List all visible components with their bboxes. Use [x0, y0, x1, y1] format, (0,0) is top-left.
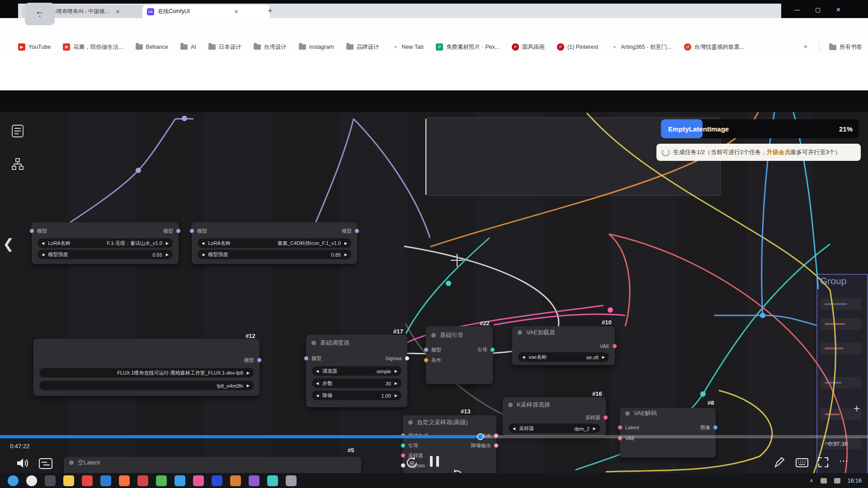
- player-back-button[interactable]: ← ˇ: [25, 3, 55, 25]
- widget-降噪[interactable]: ◀降噪1.00▶: [312, 391, 401, 400]
- increment-icon[interactable]: ▶: [602, 355, 605, 359]
- decrement-icon[interactable]: ◀: [202, 241, 204, 245]
- taskbar-firefox-icon[interactable]: [119, 475, 130, 486]
- fullscreen-icon[interactable]: [817, 456, 829, 468]
- output-port-Sigmas[interactable]: [405, 357, 409, 361]
- increment-icon[interactable]: ▶: [395, 394, 397, 398]
- tab-close-icon[interactable]: ✕: [115, 9, 120, 15]
- group-mini-node[interactable]: [820, 298, 862, 310]
- pause-button[interactable]: [430, 456, 439, 467]
- node-collapse-dot[interactable]: [69, 460, 74, 465]
- bookmark-item[interactable]: instagram: [299, 44, 334, 50]
- bookmark-item[interactable]: P免费素材照片 · Pex...: [436, 43, 500, 51]
- node-collapse-dot[interactable]: [408, 420, 413, 425]
- edit-pencil-icon[interactable]: [774, 457, 785, 468]
- output-port-图像[interactable]: [713, 426, 717, 430]
- decrement-icon[interactable]: ◀: [42, 253, 44, 257]
- decrement-icon[interactable]: ◀: [316, 369, 319, 373]
- taskbar-app-teal-icon[interactable]: [267, 475, 278, 486]
- bookmark-item[interactable]: 品牌设计: [346, 43, 379, 51]
- taskbar-edge-icon[interactable]: [100, 475, 111, 486]
- taskbar-photoshop-icon[interactable]: [212, 475, 222, 486]
- increment-icon[interactable]: ▶: [344, 253, 347, 257]
- output-port-模型[interactable]: [176, 229, 180, 233]
- widget-value[interactable]: FLUX.1哩布在线可运行-黑暗森林工作室_FLUX.1-dev-fp8▶: [39, 368, 254, 378]
- node-collapse-dot[interactable]: [311, 341, 316, 345]
- increment-icon[interactable]: ▶: [593, 427, 596, 431]
- input-port-Sigmas[interactable]: [401, 464, 405, 468]
- increment-icon[interactable]: ▶: [344, 241, 347, 245]
- taskbar-start-button-icon[interactable]: [8, 475, 19, 486]
- taskbar-app-pink-icon[interactable]: [193, 475, 204, 486]
- input-port-条件[interactable]: [424, 358, 428, 362]
- group-mini-node[interactable]: [820, 377, 862, 389]
- all-bookmarks-button[interactable]: 所有书签: [829, 43, 862, 51]
- bookmark-item[interactable]: ◔Arting365 - 创意门...: [610, 43, 672, 51]
- input-port-模型[interactable]: [304, 357, 308, 361]
- node-collapse-dot[interactable]: [431, 333, 436, 338]
- widget-调度器[interactable]: ◀调度器simple▶: [312, 366, 401, 376]
- node-unet-loader[interactable]: 模型FLUX.1哩布在线可运行-黑暗森林工作室_FLUX.1-dev-fp8▶f…: [33, 339, 259, 396]
- increment-icon[interactable]: ▶: [247, 371, 250, 375]
- taskbar-file-explorer-icon[interactable]: [63, 475, 74, 486]
- input-port-模型[interactable]: [424, 348, 428, 352]
- decrement-icon[interactable]: ◀: [42, 241, 44, 245]
- input-port-模型[interactable]: [190, 229, 194, 233]
- input-port-Latent[interactable]: [618, 426, 622, 430]
- output-port-模型[interactable]: [257, 358, 261, 362]
- node-ksampler-select[interactable]: K采样器选择采样器◀采样器dpm_2▶: [503, 397, 606, 436]
- taskbar-search-icon[interactable]: [26, 475, 37, 486]
- node-collapse-dot[interactable]: [625, 411, 630, 416]
- decrement-icon[interactable]: ◀: [316, 394, 319, 398]
- input-port-模型[interactable]: [30, 229, 34, 233]
- increment-icon[interactable]: ▶: [247, 384, 250, 388]
- bookmark-item[interactable]: 台湾设计: [254, 43, 287, 51]
- widget-vae名称[interactable]: ◀vae名称ae.sft▶: [518, 352, 609, 362]
- decrement-icon[interactable]: ◀: [316, 381, 319, 385]
- bookmark-item[interactable]: ↺台灣找靈感的首選...: [684, 43, 744, 51]
- node-basic-scheduler[interactable]: 基础调度器模型Sigmas◀调度器simple▶◀步数30▶◀降噪1.00▶: [306, 335, 407, 407]
- widget-LoRA名称[interactable]: ◀LoRA名称嘉嘉_C4D科技icon_F.1_v1.0▶: [198, 239, 351, 248]
- bookmarks-overflow-icon[interactable]: »: [804, 42, 807, 50]
- node-vae-decode[interactable]: VAE解码Latent图像VAE: [620, 408, 716, 458]
- window-maximize-button[interactable]: ▢: [815, 6, 821, 13]
- node-vae-loader[interactable]: VAE加载器VAE◀vae名称ae.sft▶: [512, 326, 615, 365]
- widget-LoRA名称[interactable]: ◀LoRA名称F.1-无瑕：童话山水_v1.0▶: [38, 239, 173, 248]
- taskbar-qq-icon[interactable]: [175, 475, 185, 486]
- taskbar-chrome-icon[interactable]: [82, 475, 93, 486]
- bookmark-item[interactable]: P国风插画: [512, 43, 545, 51]
- increment-icon[interactable]: ▶: [395, 381, 397, 385]
- tray-volume-icon[interactable]: [834, 478, 840, 483]
- workflow-tree-icon[interactable]: [12, 158, 24, 170]
- tray-network-icon[interactable]: [821, 478, 827, 483]
- output-port-降噪输出[interactable]: [494, 444, 498, 448]
- output-port-模型[interactable]: [355, 229, 359, 233]
- bookmark-item[interactable]: ◔New Tab: [392, 43, 424, 51]
- widget-采样器[interactable]: ◀采样器dpm_2▶: [509, 424, 600, 433]
- taskbar-task-view-icon[interactable]: [45, 475, 56, 486]
- upgrade-member-link[interactable]: 升级会员: [767, 149, 790, 155]
- canvas-plus-icon[interactable]: +: [854, 402, 860, 415]
- new-tab-button[interactable]: +: [268, 6, 273, 16]
- node-collapse-dot[interactable]: [518, 330, 522, 335]
- seek-handle[interactable]: [477, 433, 484, 440]
- bookmark-item[interactable]: P(1) Pinterest: [557, 43, 598, 51]
- bookmark-item[interactable]: 日本设计: [208, 43, 241, 51]
- group-mini-node[interactable]: [820, 318, 862, 330]
- output-port-VAE[interactable]: [613, 344, 617, 348]
- increment-icon[interactable]: ▶: [166, 241, 169, 245]
- decrement-icon[interactable]: ◀: [513, 427, 515, 431]
- input-port-采样器[interactable]: [401, 454, 405, 458]
- widget-value[interactable]: fp8_e4m3fn▶: [39, 381, 254, 390]
- volume-icon[interactable]: [16, 457, 29, 469]
- node-list-icon[interactable]: [12, 125, 24, 137]
- browser-tab-comfyui[interactable]: Lib 在线ComfyUI ✕: [142, 5, 270, 18]
- increment-icon[interactable]: ▶: [166, 253, 169, 257]
- input-port-引导[interactable]: [401, 444, 405, 448]
- decrement-icon[interactable]: ◀: [522, 355, 525, 359]
- output-port-采样器[interactable]: [604, 416, 608, 420]
- node-sampler-custom-advanced[interactable]: 自定义采样器(高级)噪波生成输出引导降噪输出采样器SigmasLatent: [403, 415, 496, 482]
- player-more-icon[interactable]: ⋯: [839, 455, 849, 466]
- bookmark-item[interactable]: ▶YouTube: [18, 43, 51, 51]
- taskbar-wechat-icon[interactable]: [156, 475, 167, 486]
